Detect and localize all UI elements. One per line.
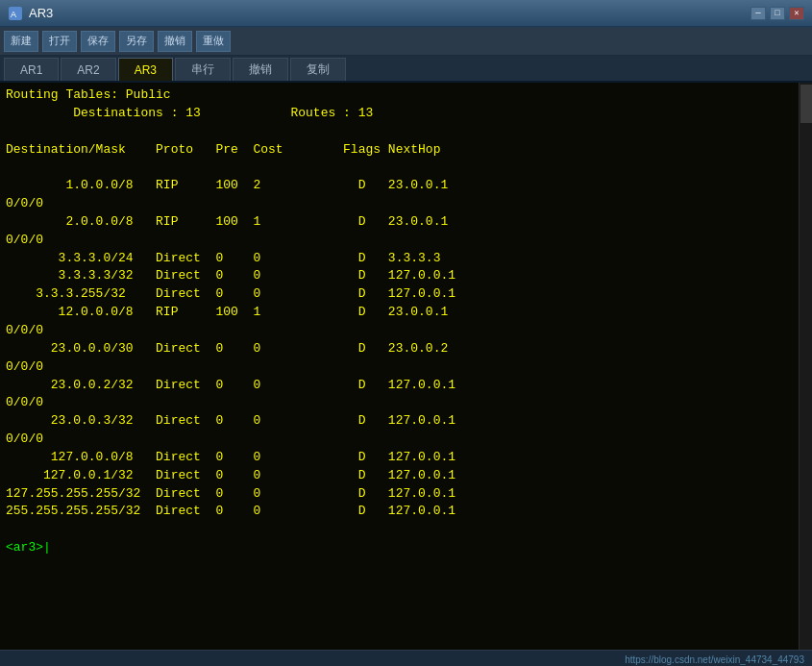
maximize-button[interactable]: ✕ <box>789 7 804 20</box>
app-icon: A <box>8 6 23 21</box>
svg-text:A: A <box>11 10 16 19</box>
line-2: Destinations : 13 Routes : 13 <box>6 105 806 123</box>
line-route-2: 2.0.0.0/8 RIP 100 1 D 23.0.0.1 <box>6 213 806 232</box>
line-route-13: 255.255.255.255/32 Direct 0 0 D 127.0.0.… <box>6 503 806 521</box>
terminal-content: Routing Tables: Public Destinations : 13… <box>0 83 812 561</box>
line-3 <box>6 123 806 141</box>
tab-ar1[interactable]: AR1 <box>4 58 59 81</box>
tab-ar2[interactable]: AR2 <box>61 58 115 81</box>
line-1: Routing Tables: Public <box>6 86 806 105</box>
line-blank2 <box>6 521 806 539</box>
title-bar-text: AR3 <box>29 6 750 20</box>
line-route-11: 127.0.0.1/32 Direct 0 0 D 127.0.0.1 <box>6 467 806 485</box>
tab-ar3[interactable]: AR3 <box>118 58 173 81</box>
scrollbar[interactable] <box>799 83 812 650</box>
save-button[interactable]: 保存 <box>81 31 115 52</box>
line-route-3: 3.3.3.0/24 Direct 0 0 D 3.3.3.3 <box>6 250 806 268</box>
status-text: https://blog.csdn.net/weixin_44734_44793 <box>625 654 804 665</box>
line-iface-5: 0/0/0 <box>6 394 806 412</box>
minimize-button[interactable]: ─ <box>750 7 766 20</box>
line-iface-1: 0/0/0 <box>6 195 806 213</box>
tab-copy[interactable]: 复制 <box>290 58 346 81</box>
undo-button[interactable]: 撤销 <box>158 31 192 52</box>
prompt-line: <ar3>| <box>6 539 806 557</box>
open-button[interactable]: 打开 <box>42 31 77 52</box>
tab-undo[interactable]: 撤销 <box>233 58 288 81</box>
redo-button[interactable]: 重做 <box>196 31 231 52</box>
scrollbar-thumb[interactable] <box>800 85 812 123</box>
line-iface-4: 0/0/0 <box>6 358 806 377</box>
line-route-8: 23.0.0.2/32 Direct 0 0 D 127.0.0.1 <box>6 377 806 395</box>
line-route-7: 23.0.0.0/30 Direct 0 0 D 23.0.0.2 <box>6 340 806 358</box>
line-route-12: 127.255.255.255/32 Direct 0 0 D 127.0.0.… <box>6 485 806 504</box>
line-route-9: 23.0.0.3/32 Direct 0 0 D 127.0.0.1 <box>6 412 806 431</box>
tab-serial[interactable]: 串行 <box>175 58 231 81</box>
line-iface-3: 0/0/0 <box>6 322 806 340</box>
title-bar-controls: ─ □ ✕ <box>750 7 804 20</box>
terminal[interactable]: Routing Tables: Public Destinations : 13… <box>0 83 812 650</box>
line-route-10: 127.0.0.0/8 Direct 0 0 D 127.0.0.1 <box>6 449 806 467</box>
restore-button[interactable]: □ <box>770 7 785 20</box>
line-route-1: 1.0.0.0/8 RIP 100 2 D 23.0.0.1 <box>6 177 806 195</box>
line-blank <box>6 159 806 177</box>
new-button[interactable]: 新建 <box>4 31 38 52</box>
tabs-bar: AR1 AR2 AR3 串行 撤销 复制 <box>0 56 812 83</box>
toolbar: 新建 打开 保存 另存 撤销 重做 <box>0 27 812 56</box>
title-bar: A AR3 ─ □ ✕ <box>0 0 812 27</box>
line-header: Destination/Mask Proto Pre Cost Flags Ne… <box>6 141 806 160</box>
line-iface-6: 0/0/0 <box>6 431 806 449</box>
line-iface-2: 0/0/0 <box>6 232 806 250</box>
line-route-6: 12.0.0.0/8 RIP 100 1 D 23.0.0.1 <box>6 304 806 322</box>
line-route-4: 3.3.3.3/32 Direct 0 0 D 127.0.0.1 <box>6 267 806 285</box>
line-route-5: 3.3.3.255/32 Direct 0 0 D 127.0.0.1 <box>6 285 806 304</box>
save-as-button[interactable]: 另存 <box>119 31 154 52</box>
status-bar: https://blog.csdn.net/weixin_44734_44793 <box>0 650 812 666</box>
